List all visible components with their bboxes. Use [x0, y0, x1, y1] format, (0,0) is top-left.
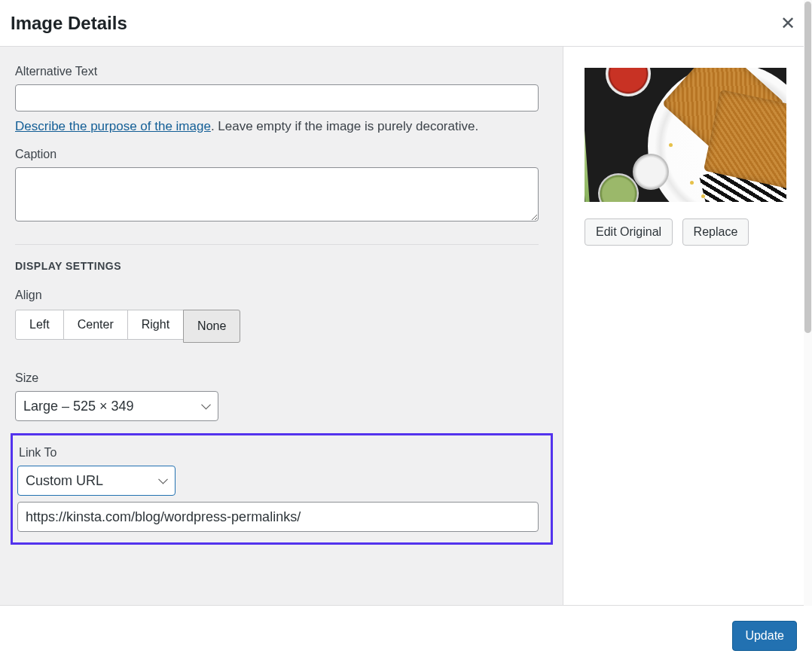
preview-bowl-red: [606, 68, 651, 96]
modal-title: Image Details: [11, 13, 127, 34]
alt-text-input[interactable]: [15, 84, 539, 112]
link-to-label: Link To: [19, 446, 545, 460]
divider: [15, 244, 539, 245]
modal-header: Image Details ✕: [0, 0, 812, 47]
caption-input[interactable]: [15, 167, 539, 221]
preview-crumb: [690, 181, 694, 185]
preview-crumb: [669, 143, 673, 147]
display-settings-heading: Display Settings: [15, 260, 548, 272]
align-button-group: Left Center Right None: [15, 310, 240, 343]
align-label: Align: [15, 289, 548, 302]
align-none-button[interactable]: None: [183, 310, 240, 343]
size-select[interactable]: Large – 525 × 349: [15, 391, 218, 421]
preview-panel: Edit Original Replace: [563, 47, 812, 605]
image-preview: [585, 68, 786, 202]
preview-bowl-green: [598, 173, 639, 202]
link-url-input[interactable]: [17, 502, 539, 532]
align-center-button[interactable]: Center: [63, 310, 128, 340]
content-area: Alternative Text Describe the purpose of…: [0, 47, 812, 606]
caption-label: Caption: [15, 148, 548, 161]
scrollbar-track[interactable]: [804, 0, 812, 606]
modal-footer: Update: [0, 606, 812, 666]
preview-bowl-white: [633, 154, 669, 190]
alt-help-text: Describe the purpose of the image. Leave…: [15, 119, 548, 134]
close-icon[interactable]: ✕: [774, 10, 801, 37]
scrollbar-thumb[interactable]: [804, 2, 811, 333]
alt-help-suffix: . Leave empty if the image is purely dec…: [211, 119, 478, 133]
preview-crumb: [701, 194, 705, 198]
size-select-wrap: Large – 525 × 349: [15, 391, 218, 421]
link-to-select[interactable]: Custom URL: [17, 466, 176, 496]
describe-purpose-link[interactable]: Describe the purpose of the image: [15, 119, 211, 133]
update-button[interactable]: Update: [732, 621, 797, 651]
link-to-highlight: Link To Custom URL: [11, 433, 553, 545]
link-to-select-wrap: Custom URL: [17, 466, 176, 496]
replace-button[interactable]: Replace: [682, 218, 749, 246]
align-left-button[interactable]: Left: [15, 310, 64, 340]
align-right-button[interactable]: Right: [127, 310, 184, 340]
settings-panel: Alternative Text Describe the purpose of…: [0, 47, 563, 605]
edit-original-button[interactable]: Edit Original: [585, 218, 673, 246]
preview-scallion: [585, 98, 593, 202]
size-label: Size: [15, 371, 548, 385]
alt-text-label: Alternative Text: [15, 65, 548, 78]
